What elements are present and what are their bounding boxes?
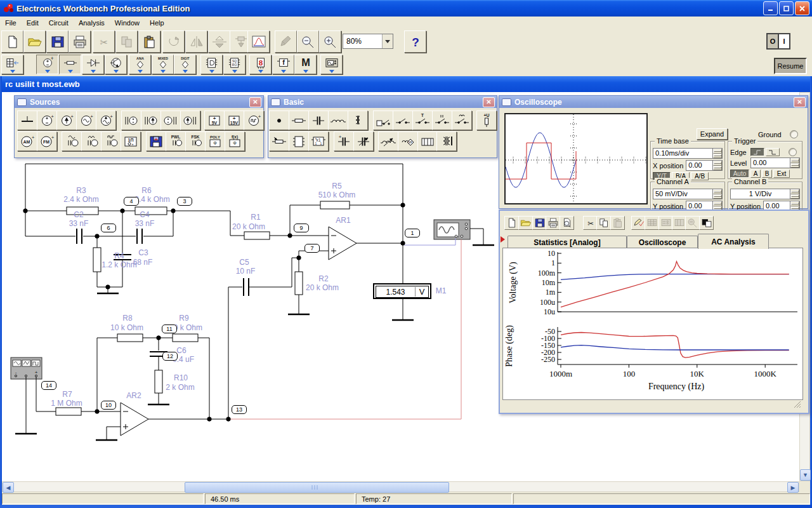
function-generator-icon[interactable]: - + (11, 358, 42, 379)
open-circuit-button[interactable] (23, 30, 46, 53)
horizontal-scroll-thumb[interactable] (185, 482, 449, 493)
graph-print-button[interactable] (546, 216, 560, 230)
trigger-mode-ext[interactable]: Ext (773, 170, 790, 178)
ground-radio[interactable] (790, 130, 798, 138)
dc-voltage-source-button[interactable]: + (37, 110, 57, 130)
parts-sources-button[interactable]: + (36, 55, 58, 74)
capacitor-button[interactable] (308, 110, 329, 130)
parts-instruments-button[interactable] (320, 55, 343, 74)
coreless-coil-button[interactable]: MF (398, 131, 418, 151)
one-shot-source-button[interactable]: 1Π+ (121, 131, 141, 151)
clock-source-button[interactable]: + (244, 110, 264, 130)
vc-square-source-button[interactable] (101, 131, 121, 151)
opamp-ar2[interactable] (121, 403, 148, 436)
nonlinear-transformer-button[interactable] (436, 131, 457, 151)
graph-properties-button[interactable] (631, 216, 646, 230)
scroll-right-button[interactable]: ▶ (787, 482, 799, 493)
ac-current-source-button[interactable]: + (96, 110, 116, 130)
parts-analog-ics-button[interactable]: ANA (129, 55, 151, 74)
graph-cut-button[interactable]: ✂ (583, 216, 598, 230)
current-controlled-current-source-button[interactable] (180, 110, 200, 130)
graph-cursors-button[interactable] (672, 216, 686, 230)
vc-triangle-source-button[interactable] (81, 131, 102, 151)
menu-window[interactable]: Window (110, 17, 145, 29)
nonlinear-dependent-source-button[interactable]: f(x)Φ (225, 131, 245, 151)
fsk-source-button[interactable]: FSK (185, 131, 206, 151)
parts-controls-button[interactable]: f (272, 55, 294, 74)
tab-statistics-analog-[interactable]: Statistics [Analog] (508, 236, 627, 249)
menu-help[interactable]: Help (145, 17, 169, 29)
polynomial-source-button[interactable]: POLYΦ (205, 131, 225, 151)
component-properties-button[interactable] (275, 30, 297, 53)
rotate-button[interactable] (162, 30, 185, 53)
graph-restore-colors-button[interactable] (699, 216, 714, 230)
am-source-button[interactable]: AM+ (17, 131, 37, 151)
cut-button[interactable]: ✂ (93, 30, 115, 53)
parts-miscellaneous-button[interactable]: M (294, 55, 317, 74)
oscilloscope-probe-icon[interactable] (434, 220, 470, 239)
help-button[interactable]: ? (404, 30, 426, 53)
parts-logic-gates-button[interactable] (200, 55, 223, 74)
maximize-button[interactable] (779, 1, 794, 15)
resistor-pack-button[interactable] (289, 131, 309, 151)
current-controlled-switch-button[interactable] (452, 110, 472, 130)
parts-transistors-button[interactable] (105, 55, 127, 74)
fm-source-button[interactable]: FM+ (37, 131, 57, 151)
menu-edit[interactable]: Edit (22, 17, 44, 29)
x-position-spinner[interactable] (712, 161, 722, 170)
print-button[interactable] (69, 30, 91, 53)
power-switch[interactable]: O I (766, 33, 790, 50)
parts-favorites-button[interactable] (1, 55, 23, 74)
new-document-button[interactable] (1, 30, 23, 53)
combo-dropdown-icon[interactable] (382, 34, 393, 48)
zoom-out-button[interactable] (297, 30, 319, 53)
x-position-field[interactable]: 0.00 (686, 160, 723, 171)
zoom-in-button[interactable] (319, 30, 341, 53)
trigger-mode-b[interactable]: B (762, 170, 772, 178)
channel-b-scale[interactable]: 1 V/Div (730, 189, 800, 199)
trigger-mode-a[interactable]: A (750, 170, 761, 178)
transformer-button[interactable] (348, 110, 368, 130)
basic-close-icon[interactable]: ✕ (483, 97, 495, 107)
parts-basic-button[interactable] (59, 55, 81, 74)
menu-analysis[interactable]: Analysis (74, 17, 110, 29)
display-graphs-button[interactable] (247, 30, 270, 53)
scope-trigger-wire[interactable] (228, 239, 461, 419)
current-controlled-voltage-source-button[interactable] (160, 110, 181, 130)
channel-b-spinner[interactable] (790, 189, 799, 199)
voltage-controlled-voltage-source-button[interactable] (121, 110, 141, 130)
parts-digital-ics-button[interactable]: DIGIT (174, 55, 196, 74)
tab-oscilloscope[interactable]: Oscilloscope (627, 236, 698, 249)
vc-sine-source-button[interactable] (62, 131, 82, 151)
graph-grid-button[interactable] (645, 216, 659, 230)
save-circuit-button[interactable] (46, 30, 69, 53)
graph-save-button[interactable] (532, 216, 547, 230)
graph-new-button[interactable] (504, 216, 519, 230)
graph-copy-button[interactable] (596, 216, 611, 230)
inductor-button[interactable] (328, 110, 348, 130)
resize-grip[interactable] (794, 401, 801, 408)
copy-button[interactable] (115, 30, 138, 53)
menu-circuit[interactable]: Circuit (44, 17, 74, 29)
trigger-mode-auto[interactable]: Auto (730, 170, 749, 178)
ac-voltage-source-button[interactable]: + (76, 110, 96, 130)
opamp-ar1[interactable] (329, 227, 357, 260)
voltmeter-m1[interactable]: 1.543V (373, 283, 431, 299)
parts-diodes-button[interactable] (82, 55, 104, 74)
polarized-capacitor-button[interactable]: + (334, 131, 354, 151)
graph-zoom-button[interactable] (685, 216, 700, 230)
dc-current-source-button[interactable]: + (56, 110, 77, 130)
voltage-controlled-switch-button[interactable] (432, 110, 452, 130)
trigger-level-spinner[interactable] (790, 158, 799, 168)
channel-a-scale[interactable]: 50 mV/Div (653, 189, 723, 199)
time-base-spinner[interactable] (712, 149, 722, 158)
expand-button[interactable]: Expand (697, 128, 728, 140)
channel-a-spinner[interactable] (712, 189, 722, 199)
pull-up-resistor-button[interactable]: +U (476, 110, 497, 130)
tab-ac-analysis[interactable]: AC Analysis (698, 234, 769, 249)
edge-falling-icon[interactable] (766, 148, 780, 156)
horizontal-scrollbar[interactable]: ◀ ▶ (2, 481, 799, 492)
zoom-level-combobox[interactable]: 80% (343, 34, 393, 49)
piecewise-linear-source-button[interactable]: PWL (166, 131, 186, 151)
write-data-button[interactable] (146, 131, 166, 151)
